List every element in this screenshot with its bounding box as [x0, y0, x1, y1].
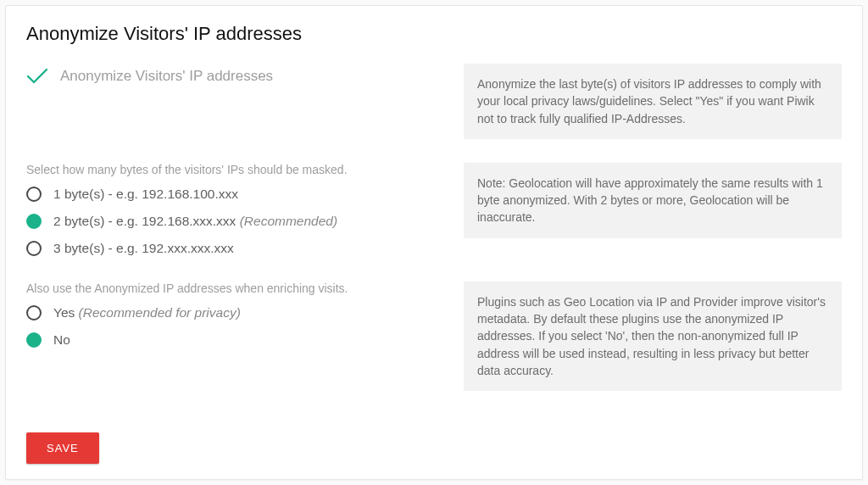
radio-icon: [26, 332, 42, 348]
save-button[interactable]: SAVE: [26, 432, 99, 464]
help-enrich: Plugins such as Geo Location via IP and …: [464, 282, 842, 391]
radio-icon: [26, 305, 42, 321]
radio-label: 3 byte(s) - e.g. 192.xxx.xxx.xxx: [53, 241, 234, 256]
check-icon: [26, 67, 48, 86]
footer: SAVE: [26, 432, 842, 464]
anonymize-toggle[interactable]: Anonymize Visitors' IP addresses: [26, 67, 433, 86]
enrich-label: Also use the Anonymized IP addresses whe…: [26, 282, 433, 295]
section-mask-bytes: Select how many bytes of the visitors' I…: [26, 163, 842, 258]
mask-bytes-group: 1 byte(s) - e.g. 192.168.100.xxx2 byte(s…: [26, 185, 433, 258]
radio-icon: [26, 241, 42, 256]
enrich-option-0[interactable]: Yes (Recommended for privacy): [26, 304, 433, 322]
page-title: Anonymize Visitors' IP addresses: [26, 23, 842, 45]
mask-bytes-option-0[interactable]: 1 byte(s) - e.g. 192.168.100.xxx: [26, 185, 433, 203]
help-mask-bytes: Note: Geolocation will have approximatel…: [464, 163, 842, 238]
mask-bytes-label: Select how many bytes of the visitors' I…: [26, 163, 433, 176]
enrich-option-1[interactable]: No: [26, 331, 433, 349]
radio-label: 1 byte(s) - e.g. 192.168.100.xxx: [53, 187, 238, 202]
radio-hint: (Recommended for privacy): [75, 305, 241, 320]
section-enrich: Also use the Anonymized IP addresses whe…: [26, 282, 842, 391]
content: Anonymize Visitors' IP addresses Anonymi…: [26, 64, 842, 424]
radio-icon: [26, 187, 42, 202]
help-anonymize: Anonymize the last byte(s) of visitors I…: [464, 64, 842, 139]
section-anonymize: Anonymize Visitors' IP addresses Anonymi…: [26, 64, 842, 139]
radio-hint: (Recommended): [236, 214, 337, 228]
radio-label: 2 byte(s) - e.g. 192.168.xxx.xxx (Recomm…: [53, 214, 337, 229]
anonymize-toggle-label: Anonymize Visitors' IP addresses: [60, 68, 273, 85]
mask-bytes-option-2[interactable]: 3 byte(s) - e.g. 192.xxx.xxx.xxx: [26, 239, 433, 258]
radio-label: No: [53, 332, 70, 348]
radio-label: Yes (Recommended for privacy): [53, 305, 241, 321]
settings-card: Anonymize Visitors' IP addresses Anonymi…: [5, 5, 863, 480]
enrich-group: Yes (Recommended for privacy)No: [26, 304, 433, 349]
mask-bytes-option-1[interactable]: 2 byte(s) - e.g. 192.168.xxx.xxx (Recomm…: [26, 212, 433, 231]
radio-icon: [26, 214, 42, 229]
